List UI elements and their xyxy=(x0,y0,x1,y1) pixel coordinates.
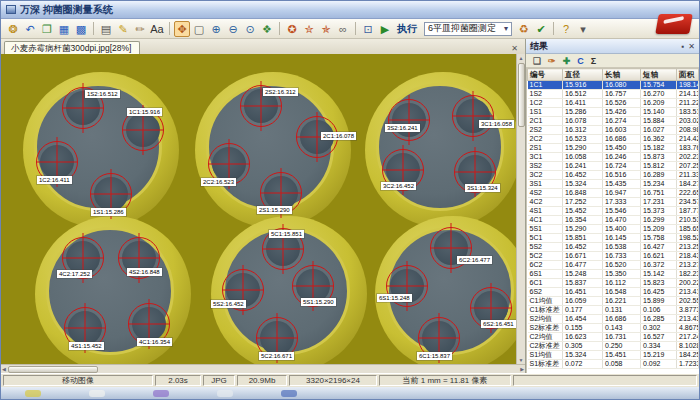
result-row[interactable]: 3S115.32415.43515.234184.2735 xyxy=(528,180,699,189)
result-row[interactable]: 2S216.31216.60316.027208.9888 xyxy=(528,126,699,135)
vertical-scrollbar[interactable]: ▲ ▼ xyxy=(516,54,525,364)
apply-icon[interactable]: ✔ xyxy=(533,21,549,37)
result-row[interactable]: 4C217.25217.33317.231234.5730 xyxy=(528,198,699,207)
summary-row[interactable]: S1均值15.32415.45115.219184.2530 xyxy=(528,351,699,360)
sum-result-icon[interactable]: Σ xyxy=(591,55,596,67)
zone-label[interactable]: 4S1:15.452 xyxy=(69,342,104,350)
taskbar-item[interactable] xyxy=(217,390,233,397)
save-icon[interactable]: ▦ xyxy=(56,21,72,37)
taskbar-item[interactable] xyxy=(25,390,41,397)
result-row[interactable]: 5C216.67116.73316.621218.4358 xyxy=(528,252,699,261)
task-selector[interactable]: 6平皿抑菌圈测定▾ xyxy=(424,22,512,36)
export-result-icon[interactable]: ❏ xyxy=(533,55,541,67)
hand-tool-icon[interactable]: ✥ xyxy=(174,21,190,37)
zone-label[interactable]: 2C2:16.523 xyxy=(201,178,236,186)
zone-label[interactable]: 4C1:16.354 xyxy=(137,338,172,346)
zone-label[interactable]: 4S2:16.848 xyxy=(127,268,162,276)
mark-icon[interactable]: ✯ xyxy=(318,21,334,37)
zoom-in-icon[interactable]: ⊕ xyxy=(208,21,224,37)
column-header[interactable]: 短轴 xyxy=(641,69,677,81)
camera-icon[interactable]: ⊡ xyxy=(360,21,376,37)
zone-label[interactable]: 5S1:15.290 xyxy=(301,298,336,306)
result-row[interactable]: 5C115.85116.14515.758198.5204 xyxy=(528,234,699,243)
system-menu-icon[interactable] xyxy=(6,5,16,14)
annotate-icon[interactable]: ✏ xyxy=(132,21,148,37)
zone-label[interactable]: 3S1:15.324 xyxy=(465,184,500,192)
summary-row[interactable]: S2均值16.45416.68616.285213.4345 xyxy=(528,315,699,324)
result-row[interactable]: 1S216.51216.75716.270214.1358 xyxy=(528,90,699,99)
text-tool-icon[interactable]: Aa xyxy=(149,21,165,37)
result-row[interactable]: 1C216.41116.52616.209211.2265 xyxy=(528,99,699,108)
zone-label[interactable]: 1C2:16.411 xyxy=(37,176,72,184)
summary-row[interactable]: C2标准差0.3050.2500.3348.1028 xyxy=(528,342,699,351)
result-row[interactable]: 3C216.45216.51616.289211.3342 xyxy=(528,171,699,180)
zone-label[interactable]: 6S2:16.451 xyxy=(481,320,516,328)
horizontal-scrollbar[interactable]: ◀ ▶ xyxy=(1,364,525,373)
scroll-left-icon[interactable]: ◀ xyxy=(1,365,7,373)
result-row[interactable]: 4S216.84816.94716.751222.6530 xyxy=(528,189,699,198)
back-icon[interactable]: ↶ xyxy=(22,21,38,37)
zone-label[interactable]: 5C2:16.671 xyxy=(259,352,294,360)
result-row[interactable]: 6S216.45116.54816.425213.4163 xyxy=(528,288,699,297)
summary-row[interactable]: C2均值16.62316.73116.527217.2493 xyxy=(528,333,699,342)
summary-row[interactable]: S1标准差0.0720.0580.0921.7233 xyxy=(528,360,699,369)
column-header[interactable]: 面积 xyxy=(677,69,699,81)
result-row[interactable]: 6S115.24815.35015.142182.2320 xyxy=(528,270,699,279)
taskbar-item[interactable] xyxy=(281,390,297,397)
zone-label[interactable]: 6C2:16.477 xyxy=(457,256,492,264)
result-row[interactable]: 1S115.28615.42615.140183.5160 xyxy=(528,108,699,117)
help-caret-icon[interactable]: ▾ xyxy=(575,21,591,37)
edit-result-icon[interactable]: ✑ xyxy=(548,55,556,67)
zone-label[interactable]: 4C2:17.252 xyxy=(57,270,92,278)
zone-label[interactable]: 2S1:15.290 xyxy=(257,206,292,214)
column-header[interactable]: 长轴 xyxy=(603,69,641,81)
vertical-scroll-thumb[interactable] xyxy=(518,63,525,127)
help-icon[interactable]: ? xyxy=(558,21,574,37)
result-row[interactable]: 4S115.45215.54615.373187.7702 xyxy=(528,207,699,216)
result-row[interactable]: 5S216.45216.53816.427213.2587 xyxy=(528,243,699,252)
scroll-right-icon[interactable]: ▶ xyxy=(519,365,525,373)
zone-label[interactable]: 5S2:16.452 xyxy=(211,300,246,308)
image-viewport[interactable]: 1S2:16.5121C1:15.9161C2:16.4111S1:15.286… xyxy=(1,54,516,364)
zone-label[interactable]: 2C1:16.078 xyxy=(321,132,356,140)
result-row[interactable]: 3C116.05816.24615.873202.2301 xyxy=(528,153,699,162)
close-view-icon[interactable]: ✕ xyxy=(511,44,522,54)
save-all-icon[interactable]: ▩ xyxy=(73,21,89,37)
zone-label[interactable]: 1S1:15.286 xyxy=(91,208,126,216)
close-panel-icon[interactable]: ✕ xyxy=(688,42,695,51)
result-row[interactable]: 3S216.24116.72415.812207.2542 xyxy=(528,162,699,171)
image-list-icon[interactable]: ❐ xyxy=(39,21,55,37)
run-label[interactable]: 执行 xyxy=(397,22,417,36)
result-row[interactable]: 2S115.29015.45015.182183.7655 xyxy=(528,144,699,153)
scroll-down-icon[interactable]: ▼ xyxy=(518,356,525,364)
taskbar-item[interactable] xyxy=(89,390,105,397)
horizontal-scroll-thumb[interactable] xyxy=(8,366,98,373)
column-header[interactable]: 直径 xyxy=(563,69,603,81)
result-row[interactable]: 1C115.91616.08015.754198.1400 xyxy=(528,81,699,90)
summary-row[interactable]: C1均值16.05916.22115.899202.5571 xyxy=(528,297,699,306)
zone-label[interactable]: 6S1:15.248 xyxy=(377,294,412,302)
run-icon[interactable]: ▶ xyxy=(377,21,393,37)
summary-row[interactable]: C1标准差0.1770.1310.1063.8773 xyxy=(528,306,699,315)
result-row[interactable]: 5S115.29015.40015.209185.6550 xyxy=(528,225,699,234)
zone-label[interactable]: 1S2:16.512 xyxy=(85,90,120,98)
zone-label[interactable]: 1C1:15.916 xyxy=(127,108,162,116)
result-row[interactable]: 6C216.47716.52016.372213.2785 xyxy=(528,261,699,270)
scroll-up-icon[interactable]: ▲ xyxy=(518,54,525,62)
result-row[interactable]: 6C115.83716.11215.823200.2280 xyxy=(528,279,699,288)
result-row[interactable]: 4C116.35416.47016.299210.5353 xyxy=(528,216,699,225)
zone-label[interactable]: 5C1:15.851 xyxy=(269,230,304,238)
zone-label[interactable]: 2S2:16.312 xyxy=(263,88,298,96)
result-row[interactable]: 2C116.07816.27415.884203.0247 xyxy=(528,117,699,126)
refresh-icon[interactable]: ♻ xyxy=(516,21,532,37)
zone-label[interactable]: 6C1:15.837 xyxy=(417,352,452,360)
zone-label[interactable]: 3C1:16.058 xyxy=(479,120,514,128)
open-image-icon[interactable]: ❂ xyxy=(5,21,21,37)
clear-result-icon[interactable]: C xyxy=(577,55,584,67)
pin-panel-icon[interactable]: ▪ xyxy=(681,42,684,51)
measure-icon[interactable]: ✮ xyxy=(301,21,317,37)
result-row[interactable]: 2C216.52316.68616.362214.4225 xyxy=(528,135,699,144)
zone-label[interactable]: 3C2:16.452 xyxy=(381,182,416,190)
fit-window-icon[interactable]: ❖ xyxy=(259,21,275,37)
calibrate-icon[interactable]: ✪ xyxy=(284,21,300,37)
